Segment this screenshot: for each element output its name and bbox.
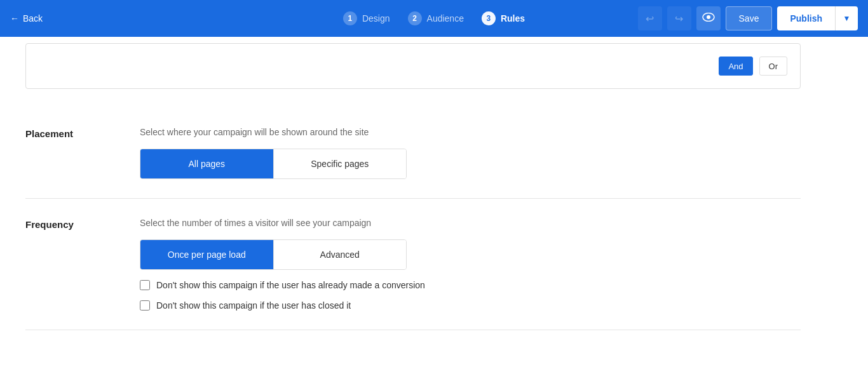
- publish-button[interactable]: Publish: [777, 6, 835, 30]
- step-label-design: Design: [362, 13, 390, 23]
- step-circle-1: 1: [343, 11, 357, 25]
- frequency-toggle-group: Once per page load Advanced: [140, 239, 407, 270]
- conversion-checkbox-label[interactable]: Don't show this campaign if the user has…: [156, 280, 425, 290]
- step-circle-2: 2: [408, 11, 422, 25]
- step-design[interactable]: 1 Design: [343, 11, 390, 25]
- undo-button[interactable]: ↩: [638, 6, 662, 30]
- placement-toggle-group: All pages Specific pages: [140, 149, 407, 179]
- nav-right-actions: ↩ ↪ Save Publish ▼: [638, 6, 858, 30]
- back-label: Back: [23, 13, 43, 23]
- conversion-label-text: Don't show this campaign if the user has…: [156, 280, 425, 290]
- back-button[interactable]: ← Back: [10, 13, 43, 23]
- conversion-highlight-text: if the user has already made a conversio…: [260, 280, 425, 290]
- publish-button-group: Publish ▼: [777, 6, 858, 30]
- step-label-rules: Rules: [501, 13, 525, 23]
- redo-button[interactable]: ↪: [667, 6, 691, 30]
- save-button[interactable]: Save: [726, 6, 773, 30]
- all-pages-button[interactable]: All pages: [140, 149, 273, 178]
- step-label-audience: Audience: [427, 13, 464, 23]
- preview-icon: [702, 13, 715, 24]
- publish-caret-icon: ▼: [843, 14, 851, 23]
- svg-point-1: [707, 15, 710, 19]
- conversion-checkbox-row: Don't show this campaign if the user has…: [140, 280, 801, 290]
- frequency-label: Frequency: [25, 218, 140, 311]
- publish-dropdown-button[interactable]: ▼: [835, 6, 858, 30]
- closed-checkbox-label[interactable]: Don't show this campaign if the user has…: [156, 300, 351, 311]
- frequency-body: Select the number of times a visitor wil…: [140, 218, 801, 311]
- redo-icon: ↪: [675, 13, 683, 25]
- once-per-page-load-button[interactable]: Once per page load: [140, 240, 273, 269]
- condition-card: And Or: [25, 43, 801, 89]
- preview-button[interactable]: [696, 6, 721, 30]
- back-arrow-icon: ←: [10, 13, 19, 23]
- step-audience[interactable]: 2 Audience: [408, 11, 464, 25]
- placement-description: Select where your campaign will be shown…: [140, 127, 801, 137]
- undo-icon: ↩: [646, 13, 654, 25]
- closed-checkbox[interactable]: [140, 300, 150, 311]
- closed-checkbox-row: Don't show this campaign if the user has…: [140, 300, 801, 311]
- advanced-button[interactable]: Advanced: [273, 240, 407, 269]
- closed-label-text: Don't show this campaign if the user has…: [156, 300, 351, 311]
- closed-highlight-text: if the user has closed: [260, 300, 344, 311]
- or-button[interactable]: Or: [759, 57, 787, 76]
- placement-body: Select where your campaign will be shown…: [140, 127, 801, 179]
- and-button[interactable]: And: [719, 57, 752, 76]
- step-rules[interactable]: 3 Rules: [482, 11, 525, 25]
- nav-steps: 1 Design 2 Audience 3 Rules: [343, 11, 525, 25]
- frequency-description: Select the number of times a visitor wil…: [140, 218, 801, 228]
- step-circle-3: 3: [482, 11, 496, 25]
- frequency-section: Frequency Select the number of times a v…: [25, 199, 801, 330]
- top-navigation: ← Back 1 Design 2 Audience 3 Rules ↩ ↪: [0, 0, 868, 37]
- specific-pages-button[interactable]: Specific pages: [273, 149, 407, 178]
- main-content: And Or Placement Select where your campa…: [0, 37, 868, 381]
- placement-section: Placement Select where your campaign wil…: [25, 108, 801, 199]
- placement-label: Placement: [25, 127, 140, 179]
- conversion-checkbox[interactable]: [140, 280, 150, 290]
